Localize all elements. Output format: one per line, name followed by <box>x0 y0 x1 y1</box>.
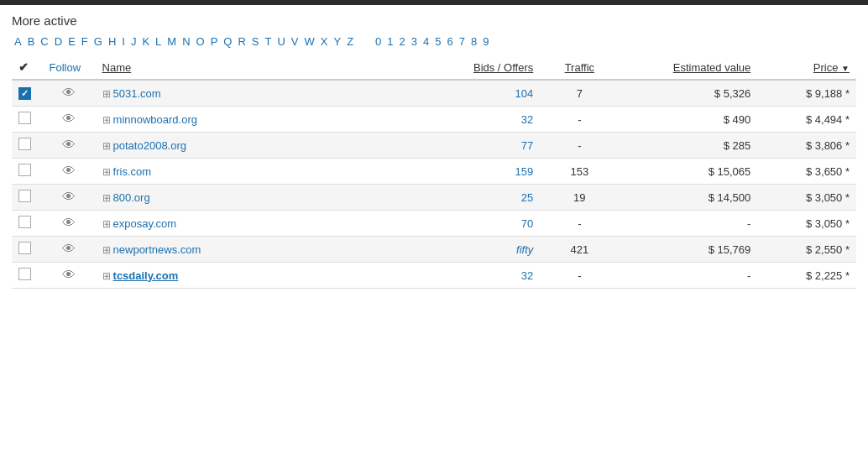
alpha-link-0[interactable]: 0 <box>373 34 384 49</box>
row-bids-cell: 32 <box>431 263 540 289</box>
plus-icon[interactable]: ⊞ <box>102 244 111 256</box>
domain-link[interactable]: 800.org <box>113 191 150 204</box>
alpha-link-q[interactable]: Q <box>221 34 234 49</box>
plus-icon[interactable]: ⊞ <box>102 270 111 282</box>
eye-icon[interactable]: 👁 <box>62 112 76 126</box>
row-estval-cell: $ 15,769 <box>619 237 757 263</box>
row-estval-cell: $ 15,065 <box>619 159 757 185</box>
row-estval-cell: $ 490 <box>619 107 757 133</box>
domain-link[interactable]: newportnews.com <box>113 243 201 256</box>
alpha-link-i[interactable]: I <box>119 34 128 49</box>
checkbox-empty[interactable] <box>18 216 31 228</box>
alpha-link-w[interactable]: W <box>302 34 317 49</box>
row-eye-cell: 👁 <box>42 107 95 133</box>
checkbox-empty[interactable] <box>18 190 31 202</box>
row-traffic-cell: 19 <box>540 185 619 211</box>
row-price-cell: $ 3,050 * <box>757 211 856 237</box>
domain-link[interactable]: minnowboard.org <box>113 113 197 126</box>
row-name-cell: ⊞5031.com <box>96 80 431 107</box>
alpha-link-u[interactable]: U <box>275 34 287 49</box>
header-traffic[interactable]: Traffic <box>540 55 619 80</box>
alpha-link-2[interactable]: 2 <box>397 34 408 49</box>
alpha-link-7[interactable]: 7 <box>457 34 468 49</box>
eye-icon[interactable]: 👁 <box>62 86 76 100</box>
eye-icon[interactable]: 👁 <box>62 190 76 204</box>
header-estval[interactable]: Estimated value <box>619 55 757 80</box>
alpha-link-n[interactable]: N <box>180 34 192 49</box>
alpha-link-x[interactable]: X <box>318 34 331 49</box>
alpha-link-g[interactable]: G <box>92 34 105 49</box>
check-all-icon[interactable]: ✔ <box>18 60 29 74</box>
alpha-link-o[interactable]: O <box>194 34 207 49</box>
alpha-link-c[interactable]: C <box>38 34 50 49</box>
checkbox-empty[interactable] <box>18 138 31 150</box>
row-checkbox-cell <box>12 185 42 211</box>
alpha-link-s[interactable]: S <box>249 34 262 49</box>
alpha-link-8[interactable]: 8 <box>468 34 479 49</box>
row-price-cell: $ 9,188 * <box>757 80 856 107</box>
alpha-link-6[interactable]: 6 <box>445 34 456 49</box>
alpha-link-v[interactable]: V <box>289 34 301 49</box>
row-checkbox-cell <box>12 107 42 133</box>
alpha-link-3[interactable]: 3 <box>409 34 420 49</box>
row-eye-cell: 👁 <box>42 159 95 185</box>
checkbox-empty[interactable] <box>18 242 31 254</box>
table-header: ✔ Follow Name Bids / Offers Traffic Esti… <box>12 55 856 80</box>
alpha-link-j[interactable]: J <box>128 34 139 49</box>
header-check[interactable]: ✔ <box>12 55 42 80</box>
eye-icon[interactable]: 👁 <box>62 268 76 282</box>
domain-link[interactable]: 5031.com <box>113 87 161 100</box>
domain-link[interactable]: exposay.com <box>113 217 177 230</box>
header-bids[interactable]: Bids / Offers <box>431 55 540 80</box>
alpha-link-a[interactable]: A <box>12 34 24 49</box>
alpha-link-f[interactable]: F <box>79 34 91 49</box>
alpha-link-e[interactable]: E <box>65 34 78 49</box>
alphabet-row: ABCDEFGHIJKLMNOPQRSTUVWXYZ 0123456789 <box>12 34 856 49</box>
row-estval-cell: - <box>619 211 757 237</box>
domain-link[interactable]: potato2008.org <box>113 139 186 152</box>
domain-link[interactable]: tcsdaily.com <box>113 269 179 282</box>
digits-group: 0123456789 <box>373 34 491 49</box>
checkbox-empty[interactable] <box>18 268 31 280</box>
plus-icon[interactable]: ⊞ <box>102 88 111 100</box>
row-estval-cell: $ 5,326 <box>619 80 757 107</box>
eye-icon[interactable]: 👁 <box>62 216 76 230</box>
checkbox-empty[interactable] <box>18 164 31 176</box>
alpha-link-z[interactable]: Z <box>344 34 356 49</box>
bids-value: 70 <box>521 217 533 230</box>
header-name[interactable]: Name <box>96 55 431 80</box>
alpha-link-h[interactable]: H <box>106 34 118 49</box>
alpha-link-r[interactable]: R <box>235 34 248 49</box>
table-row: 👁⊞potato2008.org77-$ 285$ 3,806 * <box>12 133 856 159</box>
alpha-link-b[interactable]: B <box>25 34 38 49</box>
alpha-link-l[interactable]: L <box>153 34 164 49</box>
plus-icon[interactable]: ⊞ <box>102 166 111 178</box>
row-bids-cell: 32 <box>431 107 540 133</box>
alpha-link-4[interactable]: 4 <box>421 34 431 49</box>
row-bids-cell: 159 <box>431 159 540 185</box>
alpha-link-1[interactable]: 1 <box>384 34 395 49</box>
domain-link[interactable]: fris.com <box>113 165 152 178</box>
eye-icon[interactable]: 👁 <box>62 138 76 152</box>
alpha-link-m[interactable]: M <box>165 34 179 49</box>
alpha-link-9[interactable]: 9 <box>480 34 491 49</box>
plus-icon[interactable]: ⊞ <box>102 140 111 152</box>
alpha-link-5[interactable]: 5 <box>432 34 443 49</box>
bids-value: 159 <box>515 165 534 178</box>
header-price[interactable]: Price ▼ <box>757 55 856 80</box>
checkbox-empty[interactable] <box>18 112 31 124</box>
eye-icon[interactable]: 👁 <box>62 242 76 256</box>
row-name-cell: ⊞newportnews.com <box>96 237 431 263</box>
alpha-link-d[interactable]: D <box>52 34 65 49</box>
alpha-link-p[interactable]: P <box>208 34 221 49</box>
plus-icon[interactable]: ⊞ <box>102 192 111 204</box>
plus-icon[interactable]: ⊞ <box>102 218 111 230</box>
alpha-link-y[interactable]: Y <box>331 34 343 49</box>
table-row: 👁⊞exposay.com70--$ 3,050 * <box>12 211 856 237</box>
eye-icon[interactable]: 👁 <box>62 164 76 178</box>
alpha-link-k[interactable]: K <box>139 34 152 49</box>
table-row: 👁⊞800.org2519$ 14,500$ 3,050 * <box>12 185 856 211</box>
checkbox-checked[interactable] <box>18 87 31 100</box>
alpha-link-t[interactable]: T <box>263 34 275 49</box>
plus-icon[interactable]: ⊞ <box>102 114 111 126</box>
